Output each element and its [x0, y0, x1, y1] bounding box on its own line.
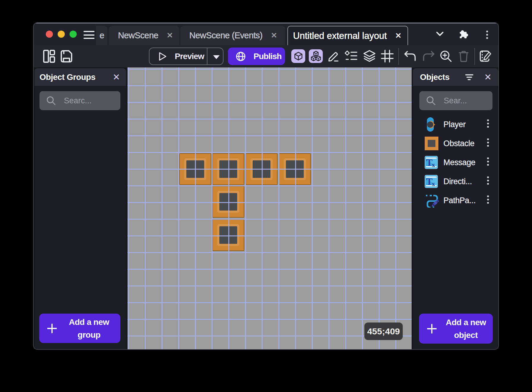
svg-text:x: x: [432, 161, 435, 168]
svg-text:x: x: [432, 180, 435, 187]
